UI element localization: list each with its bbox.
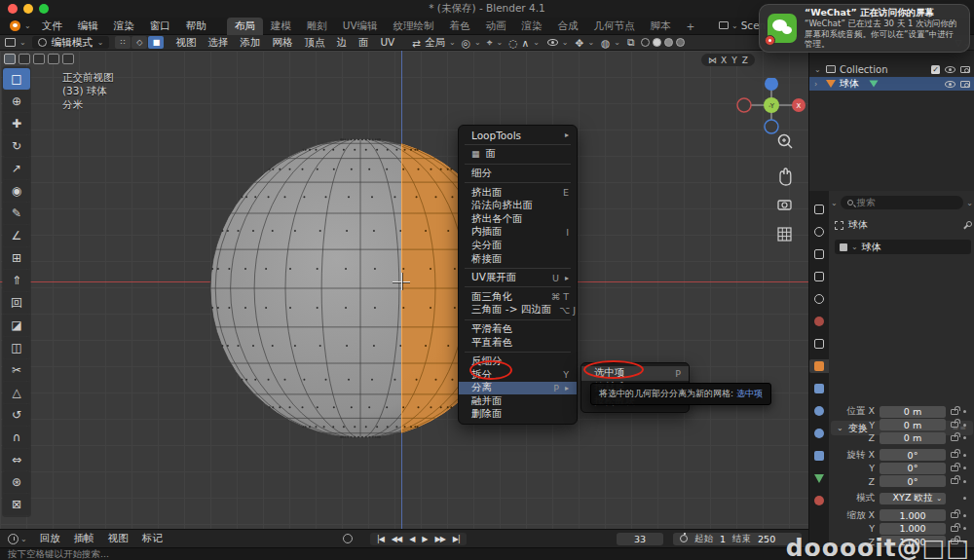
workspace-tab[interactable]: 纹理绘制 bbox=[386, 18, 442, 35]
collection-checkbox[interactable]: ✓ bbox=[931, 65, 940, 74]
playback-button[interactable]: ◀◀ bbox=[389, 534, 404, 544]
toolbar-tool-button[interactable]: □ bbox=[3, 68, 30, 90]
toolbar-tool-button[interactable]: ✚ bbox=[3, 113, 30, 134]
workspace-tab[interactable]: 布局 bbox=[227, 18, 263, 35]
material-shading-button[interactable] bbox=[664, 38, 673, 47]
menu-item[interactable]: 文件 bbox=[35, 18, 69, 35]
lock-icon[interactable] bbox=[951, 526, 958, 532]
timeline-editor-icon[interactable] bbox=[8, 534, 19, 544]
expand-arrow-icon[interactable]: › bbox=[814, 80, 822, 89]
mirror-axis-button[interactable]: X bbox=[721, 56, 727, 65]
workspace-tab[interactable]: 脚本 bbox=[643, 18, 679, 35]
mirror-axis-button[interactable]: Z bbox=[742, 56, 748, 65]
viewport-menu-item[interactable]: 网格 bbox=[266, 35, 298, 51]
gizmo-axis-x-neg[interactable] bbox=[737, 98, 751, 112]
workspace-tab[interactable]: 建模 bbox=[263, 18, 299, 35]
camera-view-icon[interactable] bbox=[778, 201, 791, 209]
properties-tab-scene[interactable] bbox=[809, 292, 829, 306]
lock-icon[interactable] bbox=[951, 452, 958, 458]
value-field[interactable]: 0°⌄ bbox=[880, 449, 946, 461]
editor-type-selector[interactable]: ⌄ bbox=[5, 38, 26, 47]
properties-tab-particles[interactable] bbox=[809, 404, 829, 418]
auto-keying-record-button[interactable] bbox=[343, 534, 353, 543]
properties-tab-material[interactable] bbox=[809, 494, 829, 507]
context-menu-item[interactable]: 平直着色 bbox=[459, 336, 577, 350]
context-menu-item[interactable] bbox=[465, 319, 571, 320]
properties-search-input[interactable]: 搜索 bbox=[841, 196, 964, 209]
value-field[interactable]: 0 m⌄ bbox=[880, 432, 946, 444]
blender-logo-icon[interactable] bbox=[10, 20, 20, 31]
toolbar-tool-button[interactable]: ∠ bbox=[3, 225, 30, 246]
lock-icon[interactable] bbox=[951, 435, 958, 441]
3d-viewport[interactable]: ⋈ XYZ 正交前视图(33) 球体分米 □⊕✚↻↗◉✎∠⊞⇑回◪◫✂△↺∩⇔⊛… bbox=[0, 51, 808, 529]
properties-tab-constraints[interactable] bbox=[809, 449, 829, 463]
animate-dot[interactable] bbox=[963, 514, 966, 517]
properties-tab-world[interactable] bbox=[809, 315, 829, 328]
animate-dot[interactable] bbox=[963, 410, 966, 413]
wireframe-shading-button[interactable] bbox=[641, 38, 650, 47]
playback-button[interactable]: |◀ bbox=[374, 534, 387, 544]
context-menu-item[interactable]: 分离 P ▸ bbox=[459, 382, 577, 395]
select-mode-invert-button[interactable] bbox=[48, 54, 59, 64]
toolbar-tool-button[interactable]: ↻ bbox=[3, 135, 30, 157]
animate-dot[interactable] bbox=[963, 454, 966, 457]
properties-tab-collection[interactable] bbox=[809, 337, 829, 351]
toolbar-tool-button[interactable]: ◉ bbox=[3, 180, 30, 202]
context-menu-item[interactable]: UV展开面 U ▸ bbox=[459, 271, 577, 284]
frame-start-field[interactable]: 1 bbox=[720, 534, 726, 544]
workspace-tab[interactable]: UV编辑 bbox=[335, 18, 386, 35]
xray-toggle[interactable]: ⧉ bbox=[627, 36, 635, 49]
lock-icon[interactable] bbox=[951, 466, 958, 471]
viewport-menu-item[interactable]: 选择 bbox=[202, 35, 234, 51]
select-mode-intersect-button[interactable] bbox=[62, 54, 74, 64]
gizmo-axis-z-pos[interactable] bbox=[765, 78, 778, 91]
outliner-row-sphere[interactable]: › 球体 bbox=[809, 77, 974, 91]
hide-eye-icon[interactable] bbox=[945, 81, 955, 88]
value-field[interactable]: 0°⌄ bbox=[880, 475, 946, 487]
toolbar-tool-button[interactable]: ⊕ bbox=[3, 91, 30, 112]
grid-ortho-icon[interactable] bbox=[778, 228, 791, 241]
toolbar-tool-button[interactable]: ⇔ bbox=[3, 449, 30, 470]
playback-button[interactable]: ▶ bbox=[419, 534, 430, 544]
zoom-window-button[interactable] bbox=[39, 4, 49, 14]
animate-dot[interactable] bbox=[963, 467, 966, 469]
snapping-dropdown[interactable]: ⌖⌄ bbox=[487, 36, 504, 49]
animate-dot[interactable] bbox=[963, 497, 966, 500]
toolbar-tool-button[interactable]: ⊠ bbox=[3, 494, 30, 515]
transform-orientation-dropdown[interactable]: ⇄全局⌄ bbox=[412, 36, 456, 50]
properties-tab-object[interactable] bbox=[809, 359, 829, 373]
context-menu-item[interactable]: 内插面 I bbox=[459, 226, 577, 240]
timeline-menu-item[interactable]: 视图 bbox=[101, 531, 135, 546]
viewport-menu-item[interactable]: 边 bbox=[330, 35, 353, 51]
toolbar-tool-button[interactable]: ◪ bbox=[3, 315, 30, 336]
context-menu-item[interactable] bbox=[465, 144, 571, 145]
lock-icon[interactable] bbox=[951, 478, 958, 484]
lock-icon[interactable] bbox=[951, 512, 958, 518]
context-menu-item[interactable]: 挤出面 E bbox=[459, 186, 577, 200]
frame-end-field[interactable]: 250 bbox=[758, 534, 775, 544]
context-menu-item[interactable]: 删除面 bbox=[459, 408, 577, 422]
menu-item[interactable]: 编辑 bbox=[71, 18, 105, 35]
value-field[interactable]: 0 m⌄ bbox=[880, 419, 946, 430]
context-menu-item[interactable]: 桥接面 bbox=[459, 252, 577, 266]
properties-tab-physics[interactable] bbox=[809, 427, 829, 440]
workspace-tab[interactable]: 动画 bbox=[478, 18, 514, 35]
properties-filter-dropdown[interactable]: ⌄ bbox=[966, 199, 973, 207]
playback-button[interactable]: ▶| bbox=[450, 534, 463, 544]
select-mode-subtract-button[interactable] bbox=[33, 54, 45, 64]
context-menu-item[interactable]: LoopTools ▸ bbox=[459, 129, 577, 142]
playback-button[interactable]: ◀ bbox=[406, 534, 417, 544]
context-menu-item[interactable]: 沿法向挤出面 bbox=[459, 199, 577, 212]
properties-tab-object-data[interactable] bbox=[809, 471, 829, 485]
navigation-gizmo[interactable]: -Y X bbox=[732, 78, 808, 136]
render-visibility-icon[interactable] bbox=[960, 66, 970, 73]
value-field[interactable]: 0 m⌄ bbox=[880, 406, 946, 418]
timeline-menu-item[interactable]: 回放 bbox=[33, 531, 67, 546]
edge-select-button[interactable]: ◇ bbox=[131, 36, 147, 49]
properties-tab-tool[interactable] bbox=[809, 203, 829, 216]
face-select-button[interactable]: ■ bbox=[148, 36, 164, 49]
hide-eye-icon[interactable] bbox=[945, 66, 955, 73]
workspace-tab[interactable]: 渲染 bbox=[514, 18, 550, 35]
mirror-axis-button[interactable]: Y bbox=[731, 56, 737, 65]
current-frame-field[interactable]: 33 bbox=[617, 533, 663, 545]
